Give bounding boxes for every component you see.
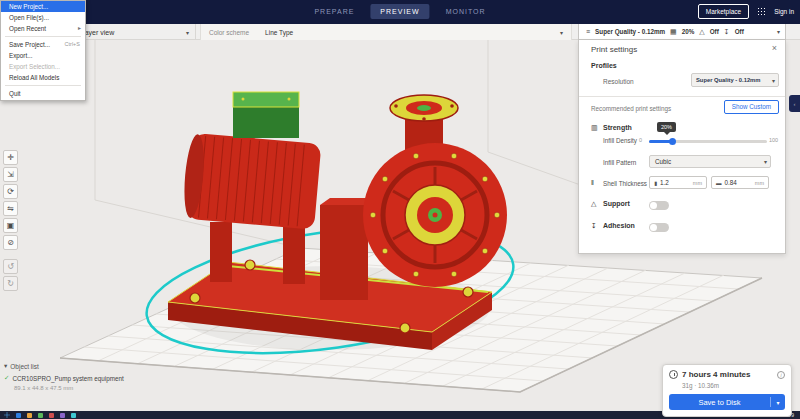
slider-tooltip: 20% bbox=[657, 122, 676, 132]
support-blocker-icon: ⊘ bbox=[7, 238, 14, 247]
menu-shortcut: Ctrl+S bbox=[65, 39, 80, 50]
redo-icon: ↻ bbox=[7, 279, 14, 288]
top-bottom-thickness-input[interactable]: ▬ 0.84 mm bbox=[711, 176, 769, 189]
print-settings-summary[interactable]: ≡ Super Quality - 0.12mm ▦ 20% △ Off ↧ O… bbox=[578, 24, 786, 40]
taskbar-icon[interactable] bbox=[38, 413, 43, 418]
profile-settings-icon: ≡ bbox=[586, 28, 590, 35]
tab-prepare[interactable]: PREPARE bbox=[304, 4, 364, 19]
support-icon: △ bbox=[591, 200, 596, 208]
menu-item-open-files[interactable]: Open File(s)... bbox=[1, 12, 85, 23]
support-icon: △ bbox=[699, 28, 704, 36]
taskbar-icon[interactable] bbox=[27, 413, 32, 418]
clock-icon bbox=[669, 370, 678, 379]
profiles-heading: Profiles bbox=[591, 62, 617, 69]
strength-icon: ▥ bbox=[591, 124, 598, 132]
output-panel: 7 hours 4 minutes i 31g · 10.36m Save to… bbox=[662, 364, 792, 417]
panel-handle[interactable]: ‹ bbox=[789, 95, 800, 112]
slider-handle[interactable] bbox=[669, 138, 676, 145]
slider-min-label: 0 bbox=[639, 137, 642, 143]
taskbar-icon[interactable] bbox=[71, 413, 76, 418]
chevron-down-icon: ▾ bbox=[777, 28, 780, 35]
adhesion-label: Adhesion bbox=[603, 222, 635, 229]
info-icon[interactable]: i bbox=[777, 371, 785, 379]
menu-item-new-project[interactable]: New Project... bbox=[1, 1, 85, 12]
menu-item-open-recent[interactable]: Open Recent▸ bbox=[1, 23, 85, 34]
model-pump[interactable] bbox=[168, 92, 507, 350]
adhesion-toggle[interactable] bbox=[649, 223, 669, 232]
object-list-panel: ▾ Object list ✓ CCR10SPRO_Pump system eq… bbox=[4, 362, 164, 391]
color-scheme-dropdown[interactable]: Color scheme Line Type ▾ bbox=[200, 24, 572, 40]
infill-pattern-label: Infill Pattern bbox=[603, 159, 636, 166]
chevron-down-icon: ▾ bbox=[4, 362, 7, 370]
undo-button[interactable]: ↺ bbox=[3, 259, 18, 274]
support-toggle[interactable] bbox=[649, 201, 669, 210]
shell-icon: ‖ bbox=[591, 179, 594, 186]
redo-button[interactable]: ↻ bbox=[3, 276, 18, 291]
menu-separator bbox=[5, 36, 81, 37]
infill-icon: ▦ bbox=[670, 28, 677, 36]
summary-adhesion: Off bbox=[735, 28, 744, 35]
tab-preview[interactable]: PREVIEW bbox=[370, 4, 429, 19]
sign-in-button[interactable]: Sign in bbox=[774, 8, 794, 15]
header-bar: Ultimaker Cura PREPARE PREVIEW MONITOR M… bbox=[0, 0, 800, 24]
marketplace-button[interactable]: Marketplace bbox=[698, 4, 749, 19]
toggle-knob bbox=[650, 202, 657, 209]
adhesion-icon: ↧ bbox=[591, 222, 597, 230]
adhesion-icon: ↧ bbox=[724, 28, 730, 36]
object-list-item[interactable]: ✓ CCR10SPRO_Pump system equipment bbox=[4, 374, 164, 382]
chevron-down-icon: ▾ bbox=[186, 29, 189, 36]
infill-density-slider[interactable] bbox=[649, 140, 767, 143]
toggle-knob bbox=[650, 224, 657, 231]
infill-density-label: Infill Density bbox=[603, 137, 637, 144]
summary-infill: 20% bbox=[682, 28, 695, 35]
show-custom-button[interactable]: Show Custom bbox=[724, 100, 779, 114]
menu-item-export[interactable]: Export... bbox=[1, 50, 85, 61]
stage-tabs: PREPARE PREVIEW MONITOR bbox=[304, 4, 495, 19]
cura-app: Ultimaker Cura PREPARE PREVIEW MONITOR M… bbox=[0, 0, 800, 419]
taskbar-icon[interactable] bbox=[49, 413, 54, 418]
object-list-toggle[interactable]: ▾ Object list bbox=[4, 362, 164, 370]
chevron-down-icon: ▾ bbox=[764, 158, 767, 165]
taskbar-icon[interactable] bbox=[16, 413, 21, 418]
check-icon: ✓ bbox=[4, 374, 9, 382]
slider-max-label: 100 bbox=[769, 137, 778, 143]
tab-monitor[interactable]: MONITOR bbox=[436, 4, 496, 19]
resolution-dropdown[interactable]: Super Quality - 0.12mm ▾ bbox=[691, 73, 779, 87]
per-model-settings-button[interactable]: ▣ bbox=[3, 218, 18, 233]
move-icon: ✛ bbox=[7, 153, 14, 162]
menu-item-reload-models[interactable]: Reload All Models bbox=[1, 72, 85, 83]
material-estimate: 31g · 10.36m bbox=[682, 382, 785, 389]
save-to-disk-button[interactable]: Save to Disk ▾ bbox=[669, 394, 785, 410]
panel-divider bbox=[579, 96, 785, 97]
rotate-tool-button[interactable]: ⟳ bbox=[3, 184, 18, 199]
menu-item-save-project[interactable]: Save Project...Ctrl+S bbox=[1, 39, 85, 50]
object-dimensions: 89.1 x 44.8 x 47.5 mm bbox=[14, 385, 164, 391]
wall-thickness-input[interactable]: ▮ 1.2 mm bbox=[649, 176, 707, 189]
print-time-estimate: 7 hours 4 minutes bbox=[682, 370, 773, 379]
taskbar-icon[interactable] bbox=[60, 413, 65, 418]
top-bottom-icon: ▬ bbox=[716, 180, 722, 186]
chevron-down-icon[interactable]: ▾ bbox=[771, 399, 785, 406]
infill-pattern-dropdown[interactable]: Cubic ▾ bbox=[649, 155, 771, 168]
rotate-icon: ⟳ bbox=[7, 187, 14, 196]
chevron-down-icon: ▾ bbox=[560, 29, 563, 36]
submenu-arrow-icon: ▸ bbox=[78, 23, 81, 34]
shell-thickness-label: Shell Thickness bbox=[603, 180, 647, 187]
menu-item-quit[interactable]: Quit bbox=[1, 88, 85, 99]
tool-divider bbox=[3, 252, 18, 257]
print-settings-panel: Print settings × Profiles Resolution Sup… bbox=[578, 40, 786, 254]
strength-heading: Strength bbox=[603, 124, 632, 131]
move-tool-button[interactable]: ✛ bbox=[3, 150, 18, 165]
color-scheme-label: Color scheme bbox=[209, 29, 249, 36]
mirror-icon: ⇋ bbox=[7, 204, 14, 213]
scale-tool-button[interactable]: ⇲ bbox=[3, 167, 18, 182]
undo-icon: ↺ bbox=[7, 262, 14, 271]
scale-icon: ⇲ bbox=[7, 170, 14, 179]
support-blocker-button[interactable]: ⊘ bbox=[3, 235, 18, 250]
recommended-label: Recommended print settings bbox=[591, 105, 671, 112]
close-icon[interactable]: × bbox=[772, 43, 777, 53]
apps-grid-icon[interactable] bbox=[757, 7, 766, 16]
mirror-tool-button[interactable]: ⇋ bbox=[3, 201, 18, 216]
start-button[interactable] bbox=[4, 412, 10, 418]
header-right: Marketplace Sign in bbox=[698, 4, 794, 19]
